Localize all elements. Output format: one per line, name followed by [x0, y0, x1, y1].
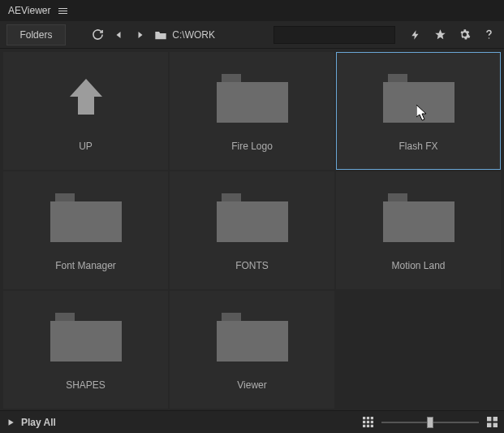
play-all-button[interactable]: Play All: [6, 417, 56, 428]
folder-item[interactable]: FONTS: [170, 171, 334, 289]
grid-small-icon: [363, 417, 373, 427]
folder-item[interactable]: Viewer: [170, 291, 334, 409]
svg-rect-13: [50, 321, 122, 362]
svg-rect-25: [487, 417, 491, 421]
folder-icon: [50, 310, 122, 362]
folder-label: Viewer: [237, 379, 266, 391]
thumb-size-control: [381, 422, 479, 423]
play-all-label: Play All: [21, 417, 56, 428]
thumb-size-slider[interactable]: [381, 422, 479, 423]
star-icon: [434, 28, 446, 41]
toolbar: Folders C:\WORK: [0, 21, 504, 49]
app-title: AEViewer: [8, 5, 50, 16]
svg-rect-3: [217, 82, 288, 123]
folder-icon: [217, 190, 288, 242]
svg-rect-22: [363, 425, 365, 427]
folder-icon: [383, 71, 454, 123]
title-bar: AEViewer: [0, 0, 504, 21]
view-large-button[interactable]: [487, 412, 498, 433]
gear-icon: [459, 28, 471, 41]
svg-rect-26: [493, 417, 498, 421]
svg-rect-23: [367, 425, 369, 427]
folder-grid: UP Fire Logo Flash FX Font Manager FONTS…: [3, 52, 501, 409]
svg-rect-20: [367, 421, 369, 423]
svg-rect-5: [383, 82, 454, 123]
folder-label: UP: [79, 141, 93, 152]
search-box[interactable]: [274, 26, 395, 44]
folder-icon: [154, 29, 167, 41]
refresh-icon: [92, 28, 104, 41]
folder-label: Flash FX: [398, 141, 437, 152]
quick-action-button[interactable]: [407, 24, 424, 45]
refresh-button[interactable]: [90, 24, 106, 45]
bolt-icon: [410, 28, 421, 41]
path-text: C:\WORK: [172, 29, 215, 41]
path-display[interactable]: C:\WORK: [154, 29, 215, 41]
help-icon: [483, 28, 495, 41]
svg-rect-27: [487, 423, 491, 427]
favorites-button[interactable]: [431, 24, 449, 45]
folder-icon: [217, 71, 288, 123]
toolbar-right-icons: [407, 24, 498, 45]
svg-rect-24: [371, 425, 373, 427]
svg-rect-9: [217, 201, 288, 242]
view-small-button[interactable]: [363, 412, 373, 433]
folder-item[interactable]: Fire Logo: [170, 52, 334, 170]
folders-button[interactable]: Folders: [6, 24, 66, 45]
folder-label: Fire Logo: [231, 141, 273, 152]
content-area[interactable]: UP Fire Logo Flash FX Font Manager FONTS…: [0, 49, 504, 410]
settings-button[interactable]: [455, 24, 473, 45]
grid-large-icon: [487, 417, 498, 427]
folder-item-up[interactable]: UP: [3, 52, 168, 170]
folder-icon: [50, 190, 122, 242]
svg-rect-11: [383, 201, 454, 242]
folder-item[interactable]: SHAPES: [3, 291, 168, 409]
forward-button[interactable]: [132, 24, 149, 45]
folder-label: Font Manager: [55, 260, 116, 271]
folder-icon: [383, 190, 454, 242]
footer: Play All: [0, 410, 504, 433]
svg-rect-28: [493, 423, 498, 427]
menu-icon[interactable]: [58, 8, 67, 14]
folder-item[interactable]: Font Manager: [3, 171, 168, 289]
svg-rect-21: [371, 421, 373, 423]
folder-item[interactable]: Flash FX: [336, 52, 501, 170]
play-icon: [6, 418, 15, 427]
folder-label: Motion Land: [391, 260, 445, 271]
svg-rect-7: [50, 201, 122, 242]
folder-icon: [217, 310, 288, 362]
svg-rect-17: [367, 417, 369, 419]
folder-label: FONTS: [235, 260, 269, 271]
help-button[interactable]: [480, 24, 498, 45]
svg-rect-18: [371, 417, 373, 419]
arrow-left-icon: [114, 30, 124, 40]
svg-rect-19: [363, 421, 365, 423]
search-input[interactable]: [284, 29, 406, 41]
folder-item[interactable]: Motion Land: [336, 171, 501, 289]
svg-rect-15: [217, 321, 288, 362]
svg-point-1: [488, 37, 489, 39]
folder-label: SHAPES: [66, 379, 106, 391]
arrow-right-icon: [135, 30, 144, 40]
back-button[interactable]: [111, 24, 127, 45]
svg-rect-16: [363, 417, 365, 419]
up-arrow-icon: [50, 71, 122, 123]
